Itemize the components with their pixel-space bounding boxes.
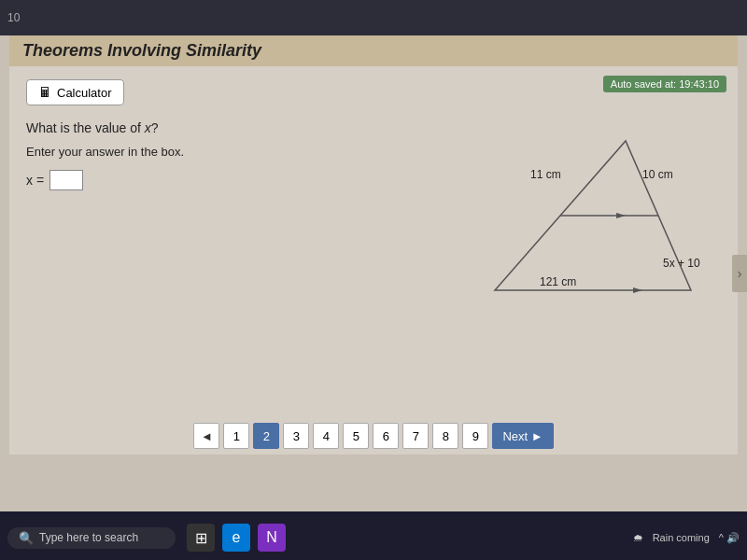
tab-count: 10 xyxy=(7,11,20,24)
triangle-diagram: 11 cm 10 cm 121 cm 5x + 10 xyxy=(430,113,710,309)
browser-bar: 10 xyxy=(0,0,747,35)
taskbar-search[interactable]: 🔍 Type here to search xyxy=(7,527,176,549)
taskbar-icon-edge[interactable]: e xyxy=(222,524,250,552)
answer-input[interactable] xyxy=(49,170,83,190)
taskbar-icon-onenote[interactable]: N xyxy=(258,524,286,552)
diagram-area: 11 cm 10 cm 121 cm 5x + 10 xyxy=(430,113,710,318)
calculator-icon: 🖩 xyxy=(38,85,51,100)
answer-label: x = xyxy=(26,173,44,188)
page-6-button[interactable]: 6 xyxy=(373,423,399,449)
page-8-button[interactable]: 8 xyxy=(432,423,458,449)
svg-text:121 cm: 121 cm xyxy=(540,275,576,288)
page-title: Theorems Involving Similarity xyxy=(9,35,738,66)
page-2-button[interactable]: 2 xyxy=(253,423,279,449)
side-collapse-arrow[interactable]: › xyxy=(732,255,747,292)
taskbar-icons: ⊞ e N xyxy=(187,524,286,552)
next-button[interactable]: Next ► xyxy=(492,423,553,449)
weather-text: Rain coming xyxy=(653,532,710,543)
system-icons: ^ 🔊 xyxy=(719,532,740,544)
content-card: Auto saved at: 19:43:10 🖩 Calculator Wha… xyxy=(9,66,738,412)
taskbar-right: 🌧 Rain coming ^ 🔊 xyxy=(633,532,740,544)
page-3-button[interactable]: 3 xyxy=(283,423,309,449)
page-4-button[interactable]: 4 xyxy=(313,423,339,449)
taskbar: 🔍 Type here to search ⊞ e N 🌧 Rain comin… xyxy=(0,515,747,560)
prev-button[interactable]: ◄ xyxy=(193,423,219,449)
main-wrapper: Theorems Involving Similarity Auto saved… xyxy=(0,35,747,511)
search-icon: 🔍 xyxy=(19,531,34,545)
calculator-label: Calculator xyxy=(57,86,112,100)
svg-text:5x + 10: 5x + 10 xyxy=(663,257,700,270)
pagination-area: ◄ 1 2 3 4 5 6 7 8 9 Next ► xyxy=(9,412,738,455)
svg-text:11 cm: 11 cm xyxy=(530,168,561,181)
weather-icon: 🌧 xyxy=(633,532,643,543)
svg-marker-2 xyxy=(616,213,626,218)
page-5-button[interactable]: 5 xyxy=(343,423,369,449)
page-7-button[interactable]: 7 xyxy=(402,423,429,449)
auto-save-badge: Auto saved at: 19:43:10 xyxy=(603,76,726,92)
page-1-button[interactable]: 1 xyxy=(223,423,249,449)
calculator-button[interactable]: 🖩 Calculator xyxy=(26,79,124,105)
search-placeholder: Type here to search xyxy=(39,531,138,544)
svg-marker-3 xyxy=(633,287,642,293)
page-9-button[interactable]: 9 xyxy=(462,423,488,449)
svg-text:10 cm: 10 cm xyxy=(642,168,673,181)
taskbar-icon-windows[interactable]: ⊞ xyxy=(187,524,215,552)
